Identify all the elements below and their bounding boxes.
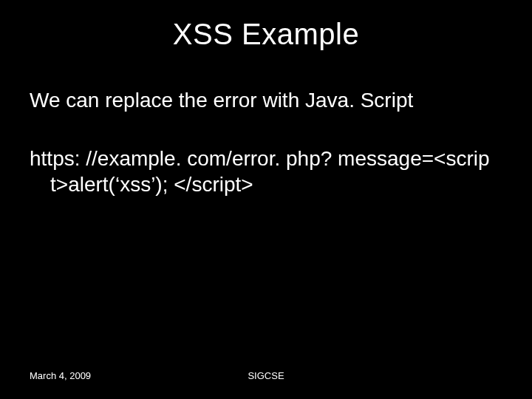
body-line-2: https: //example. com/error. php? messag… [30,146,502,197]
slide-title: XSS Example [0,18,532,51]
footer-venue: SIGCSE [0,370,532,381]
slide: XSS Example We can replace the error wit… [0,0,532,399]
slide-body: We can replace the error with Java. Scri… [30,87,502,197]
body-line-1: We can replace the error with Java. Scri… [30,87,502,113]
